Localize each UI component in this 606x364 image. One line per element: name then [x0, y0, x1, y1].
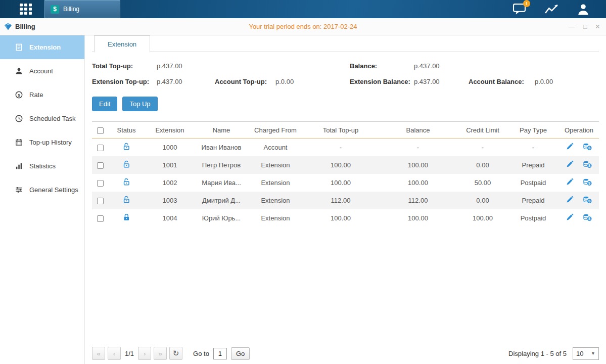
row-checkbox[interactable]: [97, 198, 104, 204]
sidebar-item-topup-history[interactable]: Top-up History: [0, 130, 84, 154]
cell-pay-type: Postpaid: [507, 174, 559, 192]
apps-grid-icon[interactable]: [19, 3, 32, 15]
cell-name: Иван Иванов: [195, 139, 248, 156]
extension-balance-label: Extension Balance:: [350, 78, 414, 85]
cell-credit-limit: 0.00: [458, 156, 507, 174]
header-balance: Balance: [378, 122, 458, 139]
balance-summary: Total Top-up: p.437.00 Balance: p.437.00…: [92, 58, 599, 89]
total-topup-value: p.437.00: [157, 62, 350, 70]
sidebar-item-label: Statistics: [29, 162, 56, 170]
window-title-bar: Billing Your trial period ends on: 2017-…: [0, 18, 606, 35]
table-row: 1004 Юрий Юрь... Extension 100.00 100.00…: [92, 209, 599, 227]
lock-icon: [123, 196, 130, 205]
row-checkbox[interactable]: [97, 180, 104, 187]
cell-name: Юрий Юрь...: [195, 209, 248, 227]
cell-balance: 100.00: [378, 209, 458, 227]
resource-monitor-button[interactable]: [544, 3, 558, 15]
topbar-billing-tab-label: Billing: [63, 6, 79, 13]
cell-name: Петр Петров: [195, 156, 248, 174]
prev-page-button[interactable]: ‹: [108, 347, 121, 360]
main-content: Extension Total Top-up: p.437.00 Balance…: [85, 35, 606, 364]
minimize-icon[interactable]: —: [569, 23, 575, 30]
top-bar: $ Billing !: [0, 0, 606, 18]
billing-diamond-icon: [4, 23, 12, 30]
sidebar-item-statistics[interactable]: Statistics: [0, 154, 84, 178]
extension-topup-label: Extension Top-up:: [92, 78, 157, 85]
account-topup-label: Account Top-up:: [215, 78, 275, 85]
top-up-icon[interactable]: $: [583, 143, 592, 152]
header-charged-from: Charged From: [248, 122, 303, 139]
top-up-icon[interactable]: $: [583, 213, 592, 223]
page-size-select[interactable]: 10 ▼: [573, 347, 599, 360]
next-page-button[interactable]: ›: [138, 347, 151, 360]
header-total-topup: Total Top-up: [303, 122, 378, 139]
sliders-icon: [15, 186, 23, 194]
sidebar-item-label: General Settings: [29, 186, 78, 194]
cell-credit-limit: -: [458, 139, 507, 156]
row-checkbox[interactable]: [97, 215, 104, 222]
notifications-button[interactable]: !: [512, 3, 526, 15]
cell-charged-from: Account: [248, 139, 303, 156]
cell-balance: 100.00: [378, 156, 458, 174]
cell-credit-limit: 100.00: [458, 209, 507, 227]
header-extension: Extension: [145, 122, 195, 139]
action-buttons: Edit Top Up: [92, 97, 599, 111]
edit-button[interactable]: Edit: [92, 97, 117, 111]
edit-icon[interactable]: [566, 160, 574, 169]
select-all-checkbox[interactable]: [97, 127, 104, 134]
row-checkbox[interactable]: [97, 162, 104, 169]
clock-icon: [15, 115, 23, 122]
extension-table-body: 1000 Иван Иванов Account - - - - $ 1001 …: [92, 139, 599, 227]
cell-name: Дмитрий Д...: [195, 192, 248, 209]
top-up-icon[interactable]: $: [583, 196, 592, 205]
account-icon: [15, 67, 23, 75]
pagination-bar: « ‹ 1/1 › » ↻ Go to Go Displaying 1 - 5 …: [92, 347, 599, 360]
cell-charged-from: Extension: [248, 174, 303, 192]
tab-extension[interactable]: Extension: [94, 35, 150, 53]
edit-icon[interactable]: [566, 178, 574, 187]
top-up-button[interactable]: Top Up: [122, 97, 157, 111]
cell-extension: 1004: [145, 209, 195, 227]
sidebar-item-label: Account: [29, 67, 53, 75]
sidebar-item-account[interactable]: Account: [0, 59, 84, 83]
cell-total-topup: 100.00: [303, 156, 378, 174]
edit-icon[interactable]: [566, 143, 574, 152]
trial-notice: Your trial period ends on: 2017-02-24: [0, 18, 606, 35]
user-account-button[interactable]: [577, 3, 590, 15]
lock-icon: [123, 213, 130, 223]
sidebar-item-extension[interactable]: Extension: [0, 35, 84, 59]
maximize-icon[interactable]: □: [583, 23, 587, 30]
goto-page-input[interactable]: [213, 348, 227, 359]
top-up-icon[interactable]: $: [583, 178, 592, 188]
sidebar-item-label: Rate: [29, 91, 43, 99]
cell-extension: 1001: [145, 156, 195, 174]
total-topup-label: Total Top-up:: [92, 62, 157, 70]
sidebar: Extension Account $ Rate Scheduled Task …: [0, 35, 85, 364]
header-status: Status: [108, 122, 145, 139]
sidebar-item-scheduled-task[interactable]: Scheduled Task: [0, 107, 84, 130]
refresh-icon[interactable]: ↻: [169, 347, 182, 360]
sidebar-item-rate[interactable]: $ Rate: [0, 83, 84, 107]
account-balance-value: p.0.00: [535, 78, 553, 85]
last-page-button[interactable]: »: [154, 347, 167, 360]
close-icon[interactable]: ×: [595, 22, 600, 31]
row-checkbox[interactable]: [97, 145, 104, 151]
window-controls: — □ ×: [569, 18, 600, 35]
header-pay-type: Pay Type: [507, 122, 559, 139]
lock-icon: [123, 178, 130, 188]
edit-icon[interactable]: [566, 213, 574, 222]
table-row: 1001 Петр Петров Extension 100.00 100.00…: [92, 156, 599, 174]
first-page-button[interactable]: «: [92, 347, 105, 360]
top-up-icon[interactable]: $: [583, 160, 592, 170]
sidebar-item-general-settings[interactable]: General Settings: [0, 178, 84, 202]
cell-extension: 1002: [145, 174, 195, 192]
topbar-billing-tab[interactable]: $ Billing: [44, 0, 120, 18]
cell-total-topup: 112.00: [303, 192, 378, 209]
cell-charged-from: Extension: [248, 156, 303, 174]
go-button[interactable]: Go: [231, 347, 250, 360]
edit-icon[interactable]: [566, 196, 574, 205]
table-row: 1000 Иван Иванов Account - - - - $: [92, 139, 599, 156]
table-header-row: Status Extension Name Charged From Total…: [92, 122, 599, 139]
lock-icon: [123, 143, 130, 152]
cell-balance: 112.00: [378, 192, 458, 209]
